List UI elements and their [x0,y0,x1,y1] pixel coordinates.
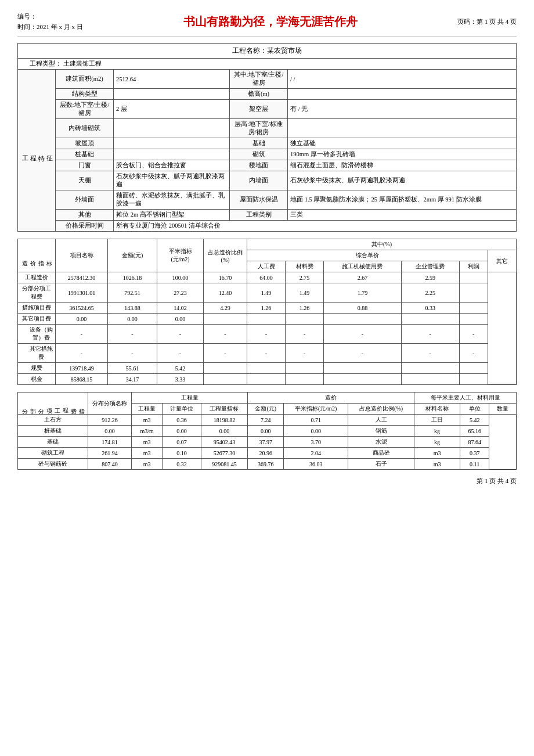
cost-row-material: - [247,344,286,363]
cost-row-ratio: 5.42 [157,363,204,374]
feat-label-sloproof: 坡屋顶 [56,138,114,149]
div-qty-col: 工程量 [132,404,163,415]
cost-row-labor: 12.40 [204,283,247,303]
div-row-mat-qty: 0.37 [460,448,489,459]
cost-row-profit [401,314,459,325]
cost-row-labor: - [204,325,247,344]
cost-other-header: 其它 [488,250,516,272]
div-row-name: 基础 [18,437,88,448]
cost-row-persqm: 143.88 [108,303,157,314]
cost-material-header: 材料费 [286,261,324,272]
cost-row-machine: 1.49 [286,283,324,303]
cost-data-row: 措施项目费 361524.65 143.88 14.02 4.29 1.26 1… [18,303,517,314]
feat-val-roof-waterproof: 地面 1.5 厚聚氨脂防水涂膜；25 厚屋面挤塑板、2mm 厚 991 防水涂膜 [288,190,517,210]
feat-label-proj-category: 工程类别 [230,210,288,221]
cost-data-row: 设备（购置）费 - - - - - - - - - [18,325,517,344]
cost-row-labor [204,374,247,385]
cost-row-material [247,363,286,374]
feat-val-floor-height [288,119,517,138]
cost-row-mgmt: - [324,325,402,344]
div-row-amount: 0.00 [201,426,247,437]
feat-label-struct: 结构类型 [56,89,114,100]
feat-val-overhead: 有 / 无 [288,100,517,119]
cost-row-name: 设备（购置）费 [18,325,56,344]
div-row-mat-unit: m3 [414,448,460,459]
cost-row-labor: 16.70 [204,272,247,283]
div-row-unit: m3 [132,415,163,426]
cost-data-row: 其它项目费 0.00 0.00 0.00 [18,314,517,325]
div-unit-col: 计量单位 [163,404,201,415]
cost-row-material: - [247,325,286,344]
cost-row-other [459,314,488,325]
cost-row-name: 税金 [18,374,56,385]
div-data-row: 砌筑工程 261.94 m3 0.10 52677.30 20.96 2.04 … [18,448,517,459]
cost-header-row-1: 造价指标 项目名称 金额(元) 平米指标(元/m2) 占总造价比例(%) 其中(… [18,239,517,250]
cost-row-persqm: 55.61 [108,363,157,374]
division-table: 分部分项工程费指 分布分项名称 工程量 造价 每平米主要人工、材料用量 工程量 … [17,392,517,470]
cost-row-other [459,283,488,303]
cost-row-mgmt [324,314,402,325]
cost-row-ratio: 3.33 [157,374,204,385]
cost-row-other [459,374,488,385]
cost-group-header: 其中(%) [247,239,517,250]
cost-row-name: 工程造价 [18,272,56,283]
cost-row-labor: 4.29 [204,303,247,314]
feat-label-inner-brick: 内砖墙砌筑 [56,119,114,138]
cost-row-amount: - [56,344,108,363]
div-row-ratio: 0.71 [284,415,348,426]
cost-row-machine: - [286,325,324,344]
features-row-3: 层数:地下室/主楼/裙房 2 层 架空层 有 / 无 [18,100,517,119]
div-row-unit: m3/m [132,426,163,437]
header-left: 编号： 时间：2021 年 x 月 x 日 [17,12,83,32]
feat-val-foundation: 独立基础 [288,138,517,149]
div-mat-header: 每平米主要人工、材料用量 [414,393,517,404]
div-row-name: 土石方 [18,415,88,426]
feat-val-price-time: 所有专业厦门海沧 200501 清单综合价 [114,221,517,232]
time-label: 时间：2021 年 x 月 x 日 [17,22,83,33]
div-row-mat-name: 人工 [348,415,414,426]
features-row-7: 门窗 胶合板门、铝合金推拉窗 楼地面 细石混凝土面层、防滑砖楼梯 [18,160,517,171]
cost-row-material [247,374,286,385]
div-mat-qty-col: 数量 [489,404,517,415]
cost-row-persqm: 792.51 [108,283,157,303]
cost-row-profit: - [401,325,459,344]
feat-val-area-r: / / [288,70,517,89]
div-row-amount: 18198.82 [201,415,247,426]
div-row-qty-index: 0.10 [163,448,201,459]
feat-label-foundation: 基础 [230,138,288,149]
div-row-qty: 912.26 [88,415,132,426]
feat-val-inner-wall: 石灰砂浆中级抹灰、腻子两遍乳胶漆两遍 [288,171,517,190]
div-row-mat-qty: 65.16 [460,426,489,437]
feat-val-inner-brick [114,119,230,138]
cost-row-amount: - [56,325,108,344]
cost-row-amount: 2578412.30 [56,272,108,283]
feat-val-proj-category: 三类 [288,210,517,221]
feat-label-overhead: 架空层 [230,100,288,119]
cost-row-ratio: 27.23 [157,283,204,303]
feat-label-floor-surface: 楼地面 [230,160,288,171]
feat-val-pile [114,149,230,160]
features-row-1: 工程特征 建筑面积(m2) 2512.64 其中:地下室/主楼/裙房 / / [18,70,517,89]
footer-text: 第 1 页 共 4 页 [477,477,517,484]
feat-label-outer-wall: 外墙面 [56,190,114,210]
div-row-qty: 174.81 [88,437,132,448]
features-row-11: 价格采用时间 所有专业厦门海沧 200501 清单综合价 [18,221,517,232]
cost-row-other: - [459,344,488,363]
div-row-persqm: 369.76 [248,459,284,470]
cost-row-other: - [459,325,488,344]
cost-data-row: 税金 85868.15 34.17 3.33 [18,374,517,385]
div-row-mat-unit: m3 [414,459,460,470]
cost-row-amount: 1991301.01 [56,283,108,303]
div-data-row: 土石方 912.26 m3 0.36 18198.82 7.24 0.71 人工… [18,415,517,426]
cost-row-machine: 2.75 [286,272,324,283]
div-persqm-col: 平米指标(元/m2) [284,404,348,415]
cost-row-machine [286,363,324,374]
cost-row-ratio: 14.02 [157,303,204,314]
cost-row-persqm: 1026.18 [108,272,157,283]
cost-row-amount: 0.00 [56,314,108,325]
feat-val-area: 2512.64 [114,70,230,89]
div-qty-header: 工程量 [132,393,248,404]
features-row-4: 内砖墙砌筑 层高:地下室/标准房/裙房 [18,119,517,138]
cost-row-mgmt: 2.67 [324,272,402,283]
cost-row-machine: - [286,344,324,363]
